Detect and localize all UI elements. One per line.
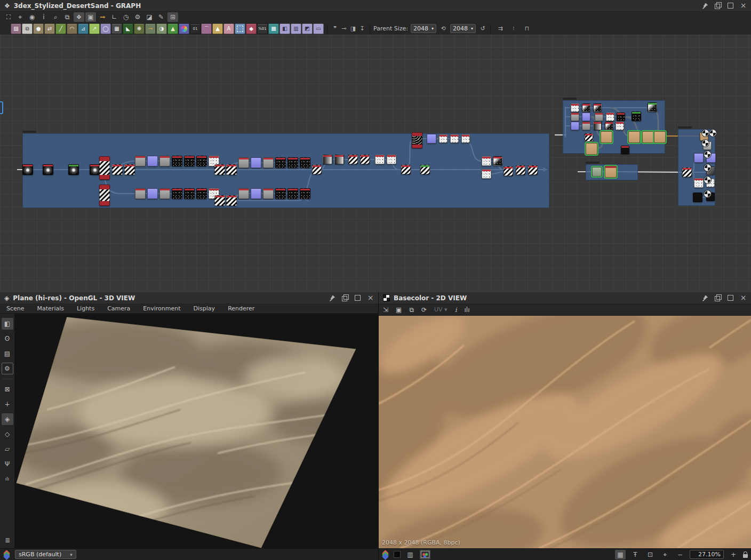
lock-zoom-icon[interactable]: [743, 554, 748, 558]
straight-links-icon[interactable]: ⊸: [97, 12, 108, 22]
graph-node-stripe[interactable]: [214, 195, 225, 206]
graph-node-gray[interactable]: [238, 157, 249, 168]
fit-view-icon[interactable]: ⊡: [645, 550, 656, 559]
graph-node-gray[interactable]: [238, 188, 249, 199]
graph-node-grad[interactable]: [334, 155, 344, 164]
graph-node-purple[interactable]: [147, 188, 158, 199]
copy-image-icon[interactable]: ⧉: [409, 306, 414, 314]
cleanup-icon[interactable]: ✎: [156, 12, 166, 22]
transform-view-icon[interactable]: ⟳: [421, 306, 427, 314]
light-icon[interactable]: ʘ: [2, 333, 13, 345]
uv-dropdown[interactable]: UV ▾: [434, 306, 448, 313]
btn-hsl[interactable]: [179, 23, 189, 34]
btn-fill[interactable]: ◆: [246, 23, 257, 34]
graph-node-gray[interactable]: [135, 188, 146, 199]
maximize-icon[interactable]: [354, 294, 361, 301]
thumbnails-icon[interactable]: ▣: [85, 12, 96, 22]
graph-node-grad[interactable]: [323, 155, 332, 164]
output-sphere-icon[interactable]: [704, 164, 711, 171]
graph-node-noiseW[interactable]: [387, 155, 396, 164]
graph-node-stripe[interactable]: [420, 165, 430, 174]
graph-node-purple[interactable]: [582, 113, 590, 121]
graph-node-grad[interactable]: [593, 122, 602, 130]
btn-material-4[interactable]: ▭: [313, 23, 324, 34]
view3d-titlebar[interactable]: ◈ Plane (hi-res) - OpenGL - 3D VIEW ×: [0, 292, 378, 304]
graph-node-noiseW[interactable]: [694, 178, 704, 188]
graph-node-gray[interactable]: [263, 157, 274, 168]
graph-node-noiseB[interactable]: [275, 188, 286, 199]
actual-pixels-icon[interactable]: ⌖: [660, 550, 670, 559]
graph-node-black[interactable]: [693, 193, 702, 202]
display-settings-icon[interactable]: ⚙: [2, 363, 13, 374]
btn-bitmap[interactable]: ▨: [11, 23, 21, 34]
btn-fx-map[interactable]: ▩: [268, 23, 279, 34]
graph-node-gray[interactable]: [263, 188, 274, 199]
compute-icon[interactable]: ◷: [121, 12, 131, 22]
graph-node-stripe[interactable]: [528, 165, 538, 175]
information-icon[interactable]: i: [38, 12, 49, 22]
graph-titlebar[interactable]: ❖ 3dex_Stylized_DesertSand - GRAPH ×: [0, 0, 751, 12]
fit-actual-size-icon[interactable]: ⌖: [15, 12, 26, 22]
close-icon[interactable]: ×: [367, 294, 374, 301]
graph-node-tan[interactable]: [586, 143, 597, 155]
btn-shape[interactable]: ◯: [100, 23, 111, 34]
graph-node-tallstripe[interactable]: [99, 185, 110, 206]
btn-flood-fill[interactable]: ◣: [123, 23, 133, 34]
close-icon[interactable]: ×: [740, 2, 747, 9]
background-swatch[interactable]: [394, 551, 401, 558]
graph-node-stripe[interactable]: [124, 164, 135, 175]
zoom-in-button[interactable]: +: [728, 550, 739, 559]
graph-node-stripe[interactable]: [516, 165, 525, 175]
graph-node-tan[interactable]: [628, 131, 640, 143]
graph-node-tan[interactable]: [605, 166, 617, 178]
maximize-icon[interactable]: [727, 2, 734, 9]
graph-node-noiseBW[interactable]: [582, 103, 590, 112]
graph-node-purple[interactable]: [571, 122, 579, 130]
output-sphere-icon[interactable]: [702, 130, 709, 137]
graph-node-noiseB[interactable]: [172, 156, 182, 166]
export-image-icon[interactable]: ⇲: [383, 306, 388, 314]
graph-node-purple[interactable]: [251, 157, 261, 168]
graph-canvas[interactable]: [0, 35, 751, 292]
graph-node-stripe[interactable]: [312, 165, 322, 174]
menu-lights[interactable]: Lights: [70, 305, 101, 312]
float-window-icon[interactable]: [714, 294, 721, 301]
menu-display[interactable]: Display: [187, 305, 222, 312]
graph-node-noiseB[interactable]: [287, 157, 298, 168]
pin-node-icon[interactable]: ↧: [358, 25, 366, 32]
graph-node-noiseW[interactable]: [461, 134, 470, 143]
btn-dither[interactable]: 01: [190, 23, 201, 34]
frame-grid-icon[interactable]: ⊞: [167, 12, 178, 22]
btn-directional-warp[interactable]: ⇄: [44, 23, 55, 34]
graph-node-stripe[interactable]: [682, 167, 692, 177]
btn-normal[interactable]: ↗: [89, 23, 100, 34]
btn-material-1[interactable]: ◧: [279, 23, 290, 34]
graph-node-stripe[interactable]: [360, 155, 370, 164]
zoom-level-input[interactable]: 27.10%: [690, 550, 724, 559]
graph-node-noiseW[interactable]: [616, 122, 624, 130]
graph-node-noiseB[interactable]: [300, 188, 310, 199]
ground-plane-icon[interactable]: ▱: [2, 443, 13, 455]
menu-materials[interactable]: Materials: [31, 305, 70, 312]
graph-node-tallstripe[interactable]: [99, 156, 110, 180]
node-graph-icon[interactable]: ❖: [74, 12, 84, 22]
link-views-icon[interactable]: ⧉: [62, 12, 73, 22]
marquee-select-icon[interactable]: ⛶: [3, 12, 14, 22]
camera-icon[interactable]: ◧: [2, 318, 13, 330]
btn-svg[interactable]: ⧉: [22, 23, 33, 34]
btn-material-3[interactable]: ◩: [302, 23, 313, 34]
graph-node-stripe[interactable]: [585, 133, 593, 142]
output-sphere-icon[interactable]: [704, 177, 711, 183]
solid-view-icon[interactable]: ◈: [2, 413, 13, 425]
close-icon[interactable]: ×: [740, 294, 747, 301]
graph-node-tan[interactable]: [601, 131, 612, 143]
graph-node-grayG[interactable]: [592, 167, 602, 177]
graph-node-noiseB[interactable]: [184, 156, 195, 166]
graph-node-stripe[interactable]: [401, 165, 411, 174]
graph-node-noiseB[interactable]: [184, 188, 195, 199]
tools-icon[interactable]: ⚙: [132, 12, 143, 22]
dot-link-icon[interactable]: ⊸: [340, 25, 348, 32]
pin-icon[interactable]: [329, 294, 335, 301]
snapshot-icon[interactable]: ◉: [27, 12, 37, 22]
parent-size-width-select[interactable]: 2048▾: [411, 24, 436, 33]
